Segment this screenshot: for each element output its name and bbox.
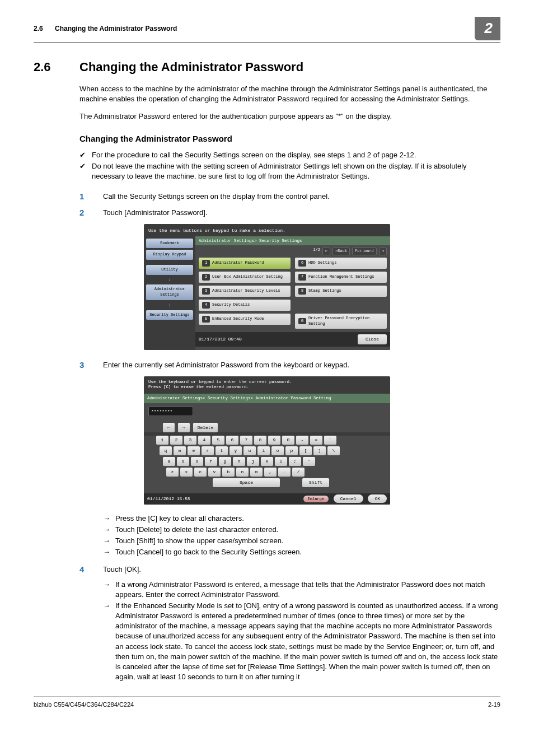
- keyboard-key[interactable]: 6: [226, 436, 238, 445]
- keyboard-key[interactable]: l: [275, 457, 287, 466]
- keyboard-key[interactable]: o: [271, 446, 284, 455]
- cursor-left-button[interactable]: ←: [163, 423, 175, 432]
- keyboard-key[interactable]: r: [202, 446, 214, 455]
- keyboard-key[interactable]: d: [191, 457, 203, 466]
- pager-first-button[interactable]: ⇤: [322, 248, 330, 255]
- pager-back-button[interactable]: ↤Back: [332, 248, 350, 255]
- keyboard-key[interactable]: 3: [184, 436, 196, 445]
- pager-forward-button[interactable]: For-ward: [352, 248, 377, 255]
- keyboard-key[interactable]: x: [180, 468, 193, 477]
- enlarge-button[interactable]: Enlarge: [303, 496, 329, 502]
- keyboard-key[interactable]: 0: [282, 436, 294, 445]
- keyboard-key[interactable]: m: [250, 468, 263, 477]
- keyboard-key[interactable]: 7: [240, 436, 252, 445]
- close-button[interactable]: Close: [358, 334, 387, 344]
- utility-button[interactable]: Utility: [146, 265, 193, 275]
- menu-item-hdd-settings[interactable]: 6HDD Settings: [295, 258, 387, 269]
- keyboard-key[interactable]: w: [174, 446, 186, 455]
- keyboard-key[interactable]: 2: [170, 436, 182, 445]
- keyboard-key[interactable]: z: [166, 468, 179, 477]
- keyboard-key[interactable]: \: [327, 446, 340, 455]
- menu-item-admin-password[interactable]: 1Administrator Password: [199, 258, 291, 269]
- substep: Press the [C] key to clear all character…: [103, 514, 500, 524]
- keyboard-key[interactable]: t: [216, 446, 228, 455]
- section-title: Changing the Administrator Password: [79, 59, 303, 76]
- header-section-number: 2.6: [34, 25, 43, 32]
- keyboard-key[interactable]: n: [236, 468, 249, 477]
- keyboard-key[interactable]: ': [303, 457, 315, 466]
- keyboard-key[interactable]: -: [296, 436, 308, 445]
- menu-item-userbox-admin[interactable]: 2User Box Administrator Setting: [199, 272, 291, 283]
- keyboard-key[interactable]: y: [229, 446, 242, 455]
- keyboard-key[interactable]: .: [278, 468, 291, 477]
- keyboard-key[interactable]: 8: [254, 436, 266, 445]
- section-number: 2.6: [34, 59, 79, 76]
- keyboard-key[interactable]: b: [222, 468, 235, 477]
- substep: If the Enhanced Security Mode is set to …: [103, 601, 500, 683]
- substep: Touch [Shift] to show the upper case/sym…: [103, 536, 500, 546]
- keyboard-key[interactable]: g: [219, 457, 231, 466]
- keyboard-key[interactable]: a: [163, 457, 175, 466]
- keyboard-key[interactable]: ]: [313, 446, 326, 455]
- menu-item-function-mgmt[interactable]: 7Function Management Settings: [295, 272, 387, 283]
- shift-key[interactable]: Shift: [302, 478, 329, 487]
- chapter-badge: 2: [475, 17, 500, 40]
- keyboard-key[interactable]: c: [194, 468, 207, 477]
- cancel-button[interactable]: Cancel: [334, 494, 363, 503]
- keyboard-key[interactable]: 5: [212, 436, 224, 445]
- keyboard-key[interactable]: f: [205, 457, 217, 466]
- menu-item-driver-pw-enc[interactable]: 0Driver Password Encryption Setting: [295, 314, 387, 329]
- sub-heading: Changing the Administrator Password: [79, 133, 500, 144]
- breadcrumb: Administrator Settings> Security Setting…: [144, 394, 390, 403]
- menu-item-admin-security-levels[interactable]: 3Administrator Security Levels: [199, 286, 291, 297]
- bookmark-button[interactable]: Bookmark: [146, 239, 193, 249]
- menu-item-enhanced-security[interactable]: 5Enhanced Security Mode: [199, 314, 291, 325]
- substep: Touch [Cancel] to go back to the Securit…: [103, 547, 500, 557]
- security-settings-screenshot: Use the menu buttons or keypad to make a…: [144, 224, 390, 349]
- keyboard-key[interactable]: 4: [198, 436, 210, 445]
- keyboard-instruction: Use the keyboard or keypad to enter the …: [144, 376, 390, 394]
- keyboard-key[interactable]: v: [208, 468, 221, 477]
- admin-settings-button[interactable]: Administrator Settings: [146, 284, 193, 300]
- pager-last-button[interactable]: ⇥: [379, 248, 387, 255]
- pager: 1/2 ⇤ ↤Back For-ward ⇥: [195, 246, 390, 258]
- keyboard-key[interactable]: j: [247, 457, 259, 466]
- keyboard-key[interactable]: /: [292, 468, 305, 477]
- menu-item-stamp-settings[interactable]: 8Stamp Settings: [295, 286, 387, 297]
- keyboard-key[interactable]: `: [324, 436, 336, 445]
- footer-page-number: 2-19: [488, 701, 500, 709]
- keyboard-key[interactable]: e: [188, 446, 200, 455]
- keyboard-key[interactable]: p: [285, 446, 298, 455]
- delete-button[interactable]: Delete: [193, 423, 218, 432]
- keyboard-key[interactable]: s: [177, 457, 189, 466]
- keyboard-key[interactable]: i: [257, 446, 270, 455]
- keyboard-key[interactable]: =: [310, 436, 322, 445]
- keyboard-key[interactable]: ,: [264, 468, 277, 477]
- security-settings-button[interactable]: Security Settings: [146, 310, 193, 320]
- keyboard-key[interactable]: ;: [289, 457, 301, 466]
- keyboard-key[interactable]: [: [299, 446, 312, 455]
- display-keypad-button[interactable]: Display Keypad: [146, 250, 193, 260]
- keyboard-key[interactable]: 9: [268, 436, 280, 445]
- step-text: Touch [OK].: [103, 563, 500, 575]
- substep: If a wrong Administrator Password is ent…: [103, 580, 500, 600]
- keyboard-key[interactable]: q: [160, 446, 172, 455]
- space-key[interactable]: Space: [213, 478, 280, 487]
- onscreen-keyboard: 1234567890-=` qwertyuiop[]\ asdfghjkl;' …: [144, 436, 390, 493]
- running-header: 2.6 Changing the Administrator Password …: [34, 17, 500, 43]
- section-heading: 2.6 Changing the Administrator Password: [34, 59, 500, 76]
- keyboard-key[interactable]: 1: [156, 436, 168, 445]
- intro-paragraph-1: When access to the machine by the admini…: [79, 84, 500, 104]
- ok-button[interactable]: OK: [368, 494, 387, 503]
- prereq-item: Do not leave the machine with the settin…: [79, 161, 500, 181]
- step-number: 2: [79, 207, 103, 218]
- menu-item-security-details[interactable]: 4Security Details: [199, 300, 291, 311]
- substep: Touch [Delete] to delete the last charac…: [103, 525, 500, 535]
- keyboard-key[interactable]: k: [261, 457, 273, 466]
- keyboard-key[interactable]: h: [233, 457, 245, 466]
- password-input[interactable]: ********: [148, 407, 193, 416]
- step-text: Call the Security Settings screen on the…: [103, 190, 500, 202]
- step-3-subitems: Press the [C] key to clear all character…: [103, 514, 500, 558]
- cursor-right-button[interactable]: →: [178, 423, 190, 432]
- keyboard-key[interactable]: u: [243, 446, 256, 455]
